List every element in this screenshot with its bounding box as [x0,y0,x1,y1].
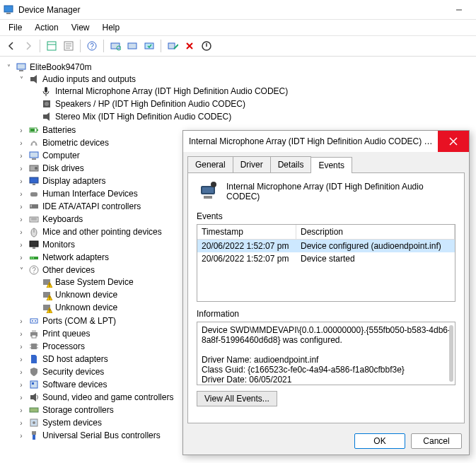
device-icon [28,379,40,390]
svg-rect-36 [30,205,32,206]
cancel-button[interactable]: Cancel [411,433,462,449]
expander-icon[interactable]: › [17,418,25,427]
expander-icon[interactable]: › [17,368,25,376]
svg-rect-64 [32,335,36,338]
collapse-icon[interactable]: ˅ [4,63,13,71]
svg-rect-44 [33,247,35,249]
svg-rect-76 [32,431,36,435]
event-row[interactable]: 20/06/2022 1:52:07 pmDevice configured (… [197,240,455,252]
expander-icon[interactable]: ˅ [17,266,25,274]
view-all-events-button[interactable]: View All Events... [197,391,277,406]
expander-icon[interactable]: › [17,202,25,211]
svg-rect-19 [30,77,34,81]
device-icon [28,353,40,365]
device-icon: ! [41,276,52,288]
expander-icon[interactable]: › [17,139,25,147]
svg-rect-26 [37,129,38,131]
close-button[interactable] [438,131,469,152]
expander-icon[interactable]: › [17,215,25,223]
device-icon [28,366,40,377]
expander-icon[interactable]: › [17,164,25,172]
device-name: Internal Microphone Array (IDT High Defi… [226,182,455,201]
menu-view[interactable]: View [66,21,95,34]
col-description[interactable]: Description [296,225,455,239]
svg-text:?: ? [32,266,36,274]
tab-general[interactable]: General [187,156,233,172]
tree-root[interactable]: ˅ EliteBook9470m [4,61,475,73]
app-icon [3,4,14,16]
tree-item-audio-device[interactable]: Stereo Mix (IDT High Definition Audio CO… [30,111,475,122]
svg-point-31 [35,167,37,170]
tree-item-audio-device[interactable]: Speakers / HP (IDT High Definition Audio… [30,98,475,110]
information-box[interactable]: Device SWD\MMDEVAPI\{0.0.1.00000000}.{55… [197,322,455,385]
tree-item-label: Unknown device [55,303,117,312]
toolbar-separator [80,40,81,52]
col-timestamp[interactable]: Timestamp [197,225,296,239]
device-icon: ? [28,264,40,276]
toolbar-scan-icon[interactable] [108,39,122,53]
expander-icon[interactable]: › [17,317,25,325]
svg-rect-71 [32,382,34,385]
svg-point-47 [33,257,34,259]
toolbar-uninstall-icon[interactable] [182,39,197,53]
tree-item-label: Software devices [42,380,107,389]
toolbar-properties-icon[interactable] [62,39,76,53]
events-section-label: Events [197,211,455,221]
device-icon [28,124,40,136]
device-icon [28,150,40,161]
events-list[interactable]: Timestamp Description 20/06/2022 1:52:07… [197,224,455,302]
svg-text:!: ! [49,282,50,288]
tab-details[interactable]: Details [270,156,312,172]
tree-category-audio[interactable]: ˅Audio inputs and outputs [17,74,475,85]
ok-button[interactable]: OK [354,433,405,449]
menu-file[interactable]: File [3,21,28,34]
properties-dialog: Internal Microphone Array (IDT High Defi… [182,130,470,455]
device-icon [28,341,40,352]
expander-icon[interactable]: › [17,355,25,363]
expander-icon[interactable]: › [17,406,25,414]
expander-icon[interactable]: › [17,151,25,160]
back-button[interactable] [4,39,18,53]
toolbar-update-icon[interactable] [142,39,156,53]
expander-icon[interactable]: › [17,189,25,198]
expander-icon[interactable]: › [17,177,25,185]
menu-help[interactable]: Help [97,21,126,34]
svg-text:!: ! [49,295,50,300]
toolbar-disable-icon[interactable] [199,39,214,53]
expander-icon[interactable]: ˅ [17,75,25,83]
minimize-button[interactable] [445,3,473,17]
tab-driver[interactable]: Driver [233,156,271,172]
svg-point-75 [33,421,35,424]
expander-icon[interactable]: › [17,393,25,402]
toolbar-add-legacy-icon[interactable] [125,39,139,53]
svg-rect-24 [43,115,47,119]
toolbar-show-hide-icon[interactable] [45,39,59,53]
expander-icon[interactable]: › [17,253,25,262]
expander-icon[interactable]: › [17,431,25,440]
svg-rect-79 [202,187,214,193]
toolbar-separator [40,40,40,52]
scrollbar[interactable] [449,325,453,382]
dialog-tabs: General Driver Details Events [187,156,465,172]
forward-button[interactable] [21,39,35,53]
expander-icon[interactable]: › [17,329,25,338]
expander-icon[interactable]: › [17,380,25,389]
info-line: Driver Date: 06/05/2021 [202,375,451,385]
tree-item-label: Processors [42,341,85,351]
device-icon: ! [41,302,52,313]
expander-icon[interactable]: › [17,240,25,249]
toolbar-help-icon[interactable]: ? [85,39,99,53]
menu-action[interactable]: Action [29,21,64,34]
tree-item-label: Speakers / HP (IDT High Definition Audio… [55,99,245,109]
expander-icon[interactable]: › [17,228,25,236]
tab-events[interactable]: Events [310,157,352,173]
svg-rect-3 [47,42,56,50]
expander-icon[interactable]: › [17,126,25,134]
svg-rect-13 [128,43,137,49]
svg-rect-28 [30,152,38,158]
svg-rect-1 [6,13,11,14]
tree-item-audio-device[interactable]: Internal Microphone Array (IDT High Defi… [30,86,475,97]
event-row[interactable]: 20/06/2022 1:52:07 pmDevice started [197,252,455,265]
expander-icon[interactable]: › [17,342,25,351]
toolbar-enable-icon[interactable] [166,39,180,53]
